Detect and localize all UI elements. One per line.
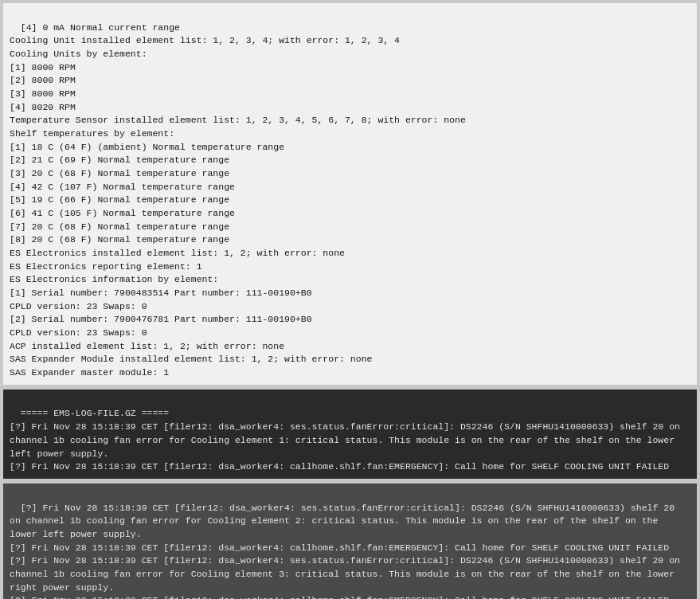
top-log-section: [4] 0 mA Normal current range Cooling Un… — [3, 3, 697, 385]
ems-log-detail-section: [?] Fri Nov 28 15:18:39 CET [filer12: ds… — [3, 484, 697, 599]
ems-log-detail-text: [?] Fri Nov 28 15:18:39 CET [filer12: ds… — [10, 503, 686, 599]
ems-log-header-section: ===== EMS-LOG-FILE.GZ ===== [?] Fri Nov … — [3, 390, 697, 479]
ems-log-header-text: ===== EMS-LOG-FILE.GZ ===== [?] Fri Nov … — [10, 408, 686, 472]
top-log-text: [4] 0 mA Normal current range Cooling Un… — [10, 22, 466, 378]
